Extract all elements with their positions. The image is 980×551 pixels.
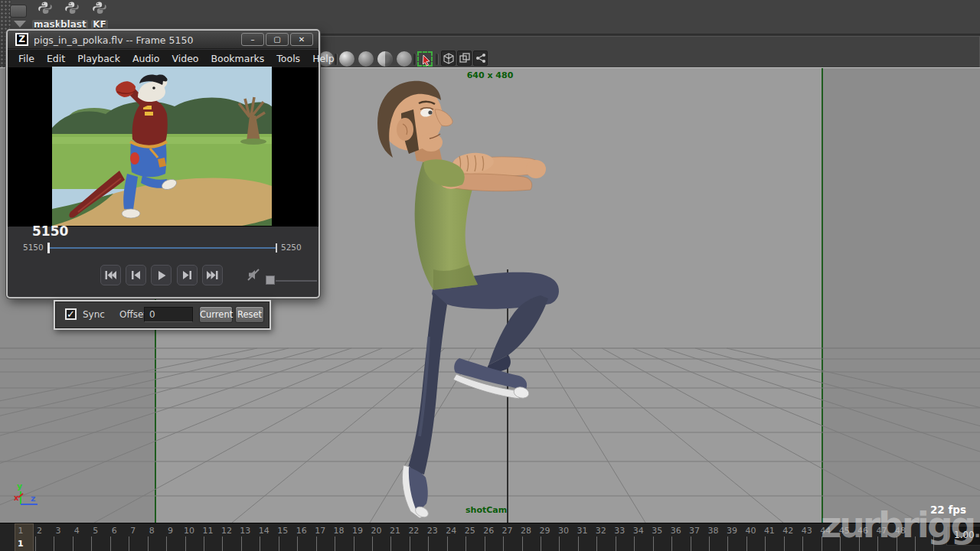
menu-audio[interactable]: Audio [132,53,160,64]
timeline-frame-number[interactable]: 4 [67,526,86,536]
next-frame-button[interactable] [177,265,198,285]
timeline-frame-number[interactable]: 35 [648,526,666,536]
maximize-button[interactable]: ▢ [266,33,289,46]
timeline-frame-number[interactable]: 17 [311,526,329,536]
menu-playback[interactable]: Playback [77,53,120,64]
timeline-frame-number[interactable]: 31 [573,526,591,536]
flat-shade-sphere-icon[interactable] [358,51,374,67]
timeline-frame-number[interactable]: 1 [11,526,30,536]
timeline-frame-number[interactable]: 20 [367,526,385,536]
volume-slider-handle[interactable] [266,276,275,285]
timeline-frame-number[interactable]: 32 [592,526,610,536]
timeline-frame-number[interactable]: 2 [30,526,48,536]
timeline-frame-number[interactable]: 28 [517,526,535,536]
menu-help[interactable]: Help [312,53,335,64]
shelf-button-kf[interactable]: KF [87,1,113,28]
video-playhead[interactable] [47,243,50,253]
timeline-frame-number[interactable]: 11 [198,526,217,536]
timeline-frame-number[interactable]: 21 [386,526,404,536]
timeline-frame-number[interactable]: 22 [404,526,423,536]
previous-frame-button[interactable] [126,265,146,285]
maya-application-window: mask blast KF [0,0,980,551]
lit-sphere-icon[interactable] [397,51,412,67]
video-scrub-track[interactable] [47,247,277,249]
timeline-frame-number[interactable]: 19 [348,526,367,536]
timeline-frame-number[interactable]: 36 [667,526,685,536]
timeline-frame-number[interactable]: 16 [292,526,311,536]
timeline-frame-number[interactable]: 33 [610,526,629,536]
chevron-down-icon[interactable] [14,21,26,28]
default-material-cube-icon[interactable] [441,51,456,66]
video-player-window[interactable]: Z pigs_in_a_polka.flv -- Frame 5150 – ▢ … [6,29,320,298]
timeline-frame-number[interactable]: 8 [142,526,161,536]
timeline-frame-number[interactable]: 29 [536,526,554,536]
reset-button[interactable]: Reset [235,306,264,323]
timeline-tick [616,536,616,551]
python-script-icon [92,1,107,16]
timeline-frame-number[interactable]: 40 [741,526,760,536]
minimize-button[interactable]: – [241,33,264,46]
axis-z-label: z [31,494,35,504]
timeline-frame-number[interactable]: 5 [87,526,105,536]
timeline-tick [54,536,54,551]
timeline-frame-number[interactable]: 14 [255,526,273,536]
timeline-frame-number[interactable]: 6 [105,526,123,536]
menu-bookmarks[interactable]: Bookmarks [211,53,264,64]
timeline-frame-number[interactable]: 18 [330,526,348,536]
offset-input[interactable]: 0 [144,307,193,322]
app-icon: Z [15,33,28,46]
smooth-shade-sphere-icon[interactable] [339,51,354,67]
play-button[interactable] [151,265,172,285]
timeline-frame-number[interactable]: 39 [723,526,741,536]
timeline-frame-number[interactable]: 37 [685,526,704,536]
timeline-frame-number[interactable]: 34 [629,526,648,536]
menu-video[interactable]: Video [172,53,198,64]
timeline-frame-number[interactable]: 13 [236,526,254,536]
current-button[interactable]: Current [199,306,233,323]
current-video-frame: 5150 [32,223,68,239]
timeline-tick [222,536,223,551]
character-3d-model[interactable] [377,81,559,520]
highlight-selection-icon[interactable] [417,51,433,67]
timeline-frame-number[interactable]: 38 [704,526,723,536]
timeline-frame-number[interactable]: 3 [49,526,67,536]
textured-sphere-icon[interactable] [377,51,393,67]
cube-icon [443,53,454,64]
mute-icon[interactable] [247,268,260,282]
menu-file[interactable]: File [18,53,34,64]
close-button[interactable]: ✕ [290,33,313,46]
connections-icon[interactable] [473,51,488,66]
go-to-start-button[interactable] [100,265,121,285]
timeline-frame-number[interactable]: 41 [760,526,779,536]
layered-panels-icon[interactable] [457,51,472,66]
menu-edit[interactable]: Edit [47,53,65,64]
timeline-frame-number[interactable]: 12 [217,526,236,536]
timeline-frame-number[interactable]: 24 [442,526,460,536]
timeline-frame-number[interactable]: 42 [779,526,797,536]
timeline-frame-number[interactable]: 27 [498,526,517,536]
shelf-collapse-button[interactable] [10,5,27,18]
timeline-frame-number[interactable]: 30 [554,526,573,536]
volume-slider-track[interactable] [276,280,317,282]
timeline-tick [260,536,260,551]
timeline-tick [559,536,560,551]
timeline-frame-number[interactable]: 7 [124,526,142,536]
shelf-button-blast[interactable]: blast [59,1,85,28]
current-frame-number: 1 [18,539,24,549]
timeline-frame-number[interactable]: 9 [162,526,180,536]
timeline-frame-number[interactable]: 43 [798,526,816,536]
view-axis-indicator: y x z [14,481,38,504]
timeline-frame-number[interactable]: 25 [461,526,479,536]
sync-checkbox-label[interactable]: Sync [83,309,105,320]
sync-checkbox[interactable]: ✓ [65,308,77,320]
timeline-frame-number[interactable]: 10 [180,526,198,536]
timeline-frame-number[interactable]: 15 [273,526,292,536]
timeline-tick [466,536,466,551]
window-titlebar[interactable]: Z pigs_in_a_polka.flv -- Frame 5150 – ▢ … [8,31,318,49]
timeline-frame-number[interactable]: 26 [479,526,498,536]
menu-tools[interactable]: Tools [276,53,300,64]
timeline-frame-number[interactable]: 23 [423,526,442,536]
go-to-end-button[interactable] [202,265,223,285]
timeline-tick [653,536,654,551]
shelf-button-mask[interactable]: mask [32,1,58,28]
